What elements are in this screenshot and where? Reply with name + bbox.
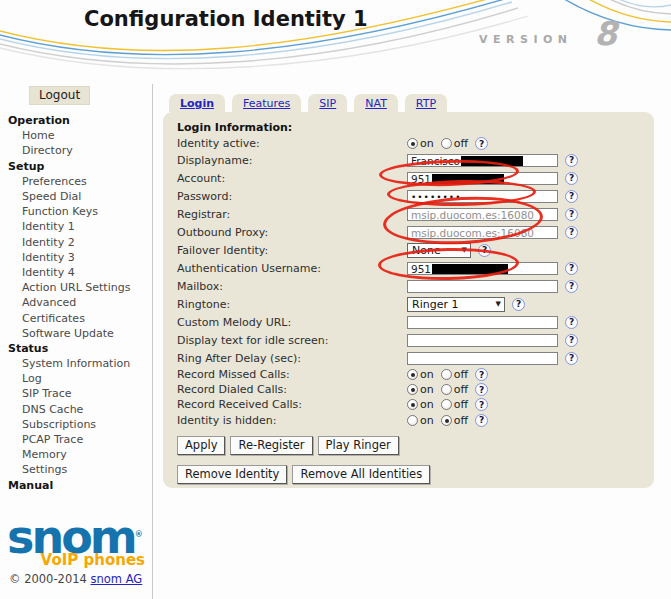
sidebar-item-log[interactable]: Log — [0, 371, 152, 386]
tab-login[interactable]: Login — [169, 94, 225, 112]
sidebar-item-identity-1[interactable]: Identity 1 — [0, 219, 152, 234]
sidebar-item-preferences[interactable]: Preferences — [0, 174, 152, 189]
field-label: Record Missed Calls: — [177, 368, 407, 381]
tab-sip[interactable]: SIP — [308, 94, 347, 112]
sidebar-item-speed-dial[interactable]: Speed Dial — [0, 189, 152, 204]
help-icon[interactable]: ? — [565, 262, 578, 275]
redaction-bar — [432, 174, 504, 185]
row-mailbox: Mailbox: ? — [177, 277, 654, 295]
sidebar-item-pcap-trace[interactable]: PCAP Trace — [0, 432, 152, 447]
sidebar-item-subscriptions[interactable]: Subscriptions — [0, 417, 152, 432]
help-icon[interactable]: ? — [512, 298, 525, 311]
ring-after-delay-input[interactable] — [407, 352, 558, 365]
remove-identity-button[interactable]: Remove Identity — [177, 465, 287, 484]
account-input[interactable]: 951 — [407, 172, 558, 185]
registrar-input[interactable]: msip.duocom.es:16080 — [407, 208, 558, 221]
help-icon[interactable]: ? — [475, 414, 488, 427]
sidebar-item-identity-2[interactable]: Identity 2 — [0, 235, 152, 250]
chevron-down-icon: ▼ — [493, 300, 504, 308]
sidebar-item-certificates[interactable]: Certificates — [0, 310, 152, 325]
help-icon[interactable]: ? — [565, 172, 578, 185]
help-icon[interactable]: ? — [565, 154, 578, 167]
help-icon[interactable]: ? — [478, 244, 491, 257]
sidebar-item-software-update[interactable]: Software Update — [0, 326, 152, 341]
play-ringer-button[interactable]: Play Ringer — [318, 436, 399, 455]
help-icon[interactable]: ? — [565, 352, 578, 365]
sidebar-item-advanced[interactable]: Advanced — [0, 295, 152, 310]
radio-on[interactable] — [407, 399, 418, 410]
row-custom-melody-url: Custom Melody URL: ? — [177, 313, 654, 331]
row-authentication-username: Authentication Username: 951 ? — [177, 259, 654, 277]
radio-on[interactable] — [407, 369, 418, 380]
field-label: Failover Identity: — [177, 244, 407, 257]
help-icon[interactable]: ? — [565, 334, 578, 347]
sidebar-item-memory[interactable]: Memory — [0, 447, 152, 462]
password-input[interactable]: •••••••• — [407, 190, 558, 203]
tab-nat[interactable]: NAT — [354, 94, 398, 112]
radio-off[interactable] — [441, 415, 452, 426]
login-panel: Login Information: Identity active: on o… — [163, 112, 654, 488]
copyright-link[interactable]: snom AG — [91, 572, 143, 586]
radio-on[interactable] — [407, 384, 418, 395]
row-record-missed: Record Missed Calls: on off ? — [177, 367, 654, 382]
custom-melody-url-input[interactable] — [407, 316, 558, 329]
nav-section-manual[interactable]: Manual — [0, 478, 152, 493]
row-ringtone: Ringtone: Ringer 1▼ ? — [177, 295, 654, 313]
radio-off[interactable] — [441, 138, 452, 149]
sidebar-item-action-url-settings[interactable]: Action URL Settings — [0, 280, 152, 295]
sidebar-item-settings[interactable]: Settings — [0, 462, 152, 477]
failover-identity-select[interactable]: None▼ — [407, 243, 471, 258]
version-number: 8 — [594, 14, 617, 53]
authentication-username-input[interactable]: 951 — [407, 262, 558, 275]
sidebar-item-home[interactable]: Home — [0, 128, 152, 143]
radio-off[interactable] — [441, 399, 452, 410]
page-title: Configuration Identity 1 — [84, 7, 368, 31]
radio-off[interactable] — [441, 369, 452, 380]
row-record-dialed: Record Dialed Calls: on off ? — [177, 382, 654, 397]
tab-rtp[interactable]: RTP — [405, 94, 447, 112]
logout-button[interactable]: Logout — [29, 86, 90, 105]
sidebar-item-sip-trace[interactable]: SIP Trace — [0, 386, 152, 401]
registered-mark-icon: ® — [135, 530, 140, 539]
outbound-proxy-input[interactable]: msip.duocom.es:16080 — [407, 226, 558, 239]
remove-all-identities-button[interactable]: Remove All Identities — [292, 465, 430, 484]
field-label: Outbound Proxy: — [177, 226, 407, 239]
help-icon[interactable]: ? — [565, 316, 578, 329]
sidebar-item-dns-cache[interactable]: DNS Cache — [0, 402, 152, 417]
tab-features[interactable]: Features — [232, 94, 301, 112]
sidebar-item-identity-3[interactable]: Identity 3 — [0, 250, 152, 265]
re-register-button[interactable]: Re-Register — [230, 436, 312, 455]
sidebar-item-function-keys[interactable]: Function Keys — [0, 204, 152, 219]
sidebar-item-system-information[interactable]: System Information — [0, 356, 152, 371]
row-record-received: Record Received Calls: on off ? — [177, 397, 654, 412]
nav-section-setup: Setup — [0, 159, 152, 174]
sidebar: Logout Operation Home Directory Setup Pr… — [0, 84, 153, 599]
help-icon[interactable]: ? — [565, 280, 578, 293]
help-icon[interactable]: ? — [565, 190, 578, 203]
help-icon[interactable]: ? — [475, 383, 488, 396]
sidebar-item-directory[interactable]: Directory — [0, 143, 152, 158]
help-icon[interactable]: ? — [475, 368, 488, 381]
field-label: Identity active: — [177, 137, 407, 150]
apply-button[interactable]: Apply — [177, 436, 225, 455]
radio-on[interactable] — [407, 138, 418, 149]
tabbar: Login Features SIP NAT RTP — [169, 94, 447, 112]
field-label: Ring After Delay (sec): — [177, 352, 407, 365]
remove-buttons: Remove Identity Remove All Identities — [177, 465, 654, 484]
sidebar-item-identity-4[interactable]: Identity 4 — [0, 265, 152, 280]
displayname-input[interactable]: Francisco — [407, 154, 558, 167]
display-text-idle-input[interactable] — [407, 334, 558, 347]
field-label: Account: — [177, 172, 407, 185]
field-label: Identity is hidden: — [177, 414, 407, 427]
field-label: Password: — [177, 190, 407, 203]
ringtone-select[interactable]: Ringer 1▼ — [407, 297, 505, 312]
help-icon[interactable]: ? — [475, 137, 488, 150]
row-identity-hidden: Identity is hidden: on off ? — [177, 413, 654, 428]
help-icon[interactable]: ? — [565, 208, 578, 221]
help-icon[interactable]: ? — [565, 226, 578, 239]
copyright: © 2000-2014 snom AG — [9, 572, 142, 586]
radio-off[interactable] — [441, 384, 452, 395]
help-icon[interactable]: ? — [475, 398, 488, 411]
radio-on[interactable] — [407, 415, 418, 426]
mailbox-input[interactable] — [407, 280, 558, 293]
